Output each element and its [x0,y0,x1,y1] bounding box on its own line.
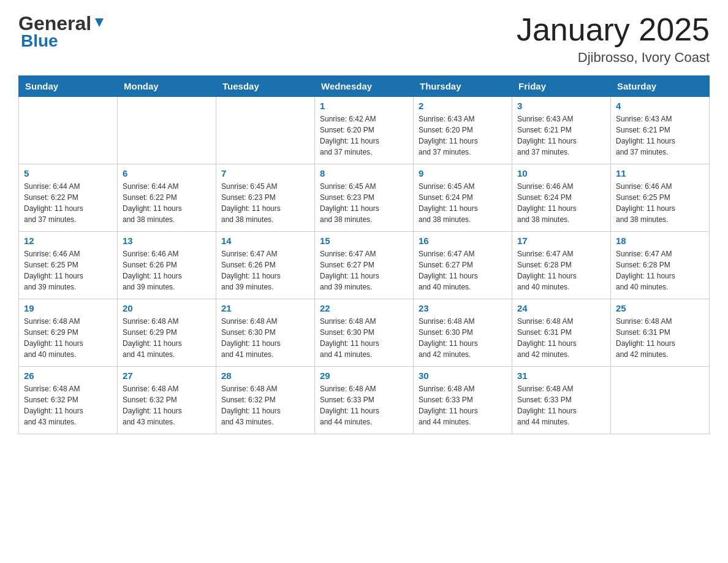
calendar-cell: 22Sunrise: 6:48 AMSunset: 6:30 PMDayligh… [315,299,414,367]
day-number: 30 [419,370,507,381]
day-info: Sunrise: 6:48 AMSunset: 6:33 PMDaylight:… [517,383,605,427]
day-info: Sunrise: 6:46 AMSunset: 6:26 PMDaylight:… [123,248,211,293]
calendar-cell: 28Sunrise: 6:48 AMSunset: 6:32 PMDayligh… [216,367,315,434]
calendar-cell [216,97,315,164]
calendar-week-row: 19Sunrise: 6:48 AMSunset: 6:29 PMDayligh… [19,299,710,367]
weekday-header-saturday: Saturday [611,76,710,97]
calendar-cell: 30Sunrise: 6:48 AMSunset: 6:33 PMDayligh… [414,367,512,434]
calendar-cell: 4Sunrise: 6:43 AMSunset: 6:21 PMDaylight… [611,97,710,164]
day-number: 27 [123,370,211,381]
location-title: Djibrosso, Ivory Coast [517,50,710,66]
day-info: Sunrise: 6:48 AMSunset: 6:33 PMDaylight:… [419,383,507,427]
calendar-week-row: 12Sunrise: 6:46 AMSunset: 6:25 PMDayligh… [19,232,710,299]
calendar-cell: 10Sunrise: 6:46 AMSunset: 6:24 PMDayligh… [512,164,611,232]
day-info: Sunrise: 6:43 AMSunset: 6:21 PMDaylight:… [517,113,605,158]
day-info: Sunrise: 6:48 AMSunset: 6:29 PMDaylight:… [123,316,211,360]
calendar-cell [118,97,216,164]
calendar-cell [19,97,118,164]
calendar-cell: 16Sunrise: 6:47 AMSunset: 6:27 PMDayligh… [414,232,512,299]
day-number: 20 [123,303,211,313]
day-number: 12 [24,236,112,246]
calendar-cell: 25Sunrise: 6:48 AMSunset: 6:31 PMDayligh… [611,299,710,367]
svg-marker-0 [95,18,104,27]
day-number: 13 [123,236,211,246]
calendar-cell: 15Sunrise: 6:47 AMSunset: 6:27 PMDayligh… [315,232,414,299]
day-number: 2 [419,101,507,111]
calendar-cell: 21Sunrise: 6:48 AMSunset: 6:30 PMDayligh… [216,299,315,367]
day-number: 3 [517,101,605,111]
calendar-cell: 3Sunrise: 6:43 AMSunset: 6:21 PMDaylight… [512,97,611,164]
day-info: Sunrise: 6:44 AMSunset: 6:22 PMDaylight:… [24,181,112,225]
day-number: 14 [221,236,309,246]
day-info: Sunrise: 6:47 AMSunset: 6:28 PMDaylight:… [616,248,704,293]
day-number: 5 [24,168,112,178]
weekday-header-wednesday: Wednesday [315,76,414,97]
weekday-header-monday: Monday [118,76,216,97]
weekday-header-friday: Friday [512,76,611,97]
day-info: Sunrise: 6:47 AMSunset: 6:28 PMDaylight:… [517,248,605,293]
calendar-cell: 12Sunrise: 6:46 AMSunset: 6:25 PMDayligh… [19,232,118,299]
calendar-table: SundayMondayTuesdayWednesdayThursdayFrid… [18,75,710,434]
calendar-cell: 31Sunrise: 6:48 AMSunset: 6:33 PMDayligh… [512,367,611,434]
day-number: 29 [320,370,408,381]
day-number: 24 [517,303,605,313]
calendar-cell: 7Sunrise: 6:45 AMSunset: 6:23 PMDaylight… [216,164,315,232]
month-title: January 2025 [517,12,710,47]
day-number: 7 [221,168,309,178]
day-info: Sunrise: 6:46 AMSunset: 6:24 PMDaylight:… [517,181,605,225]
day-number: 28 [221,370,309,381]
day-info: Sunrise: 6:48 AMSunset: 6:30 PMDaylight:… [419,316,507,360]
day-number: 16 [419,236,507,246]
day-info: Sunrise: 6:45 AMSunset: 6:23 PMDaylight:… [320,181,408,225]
day-info: Sunrise: 6:43 AMSunset: 6:21 PMDaylight:… [616,113,704,158]
day-info: Sunrise: 6:47 AMSunset: 6:27 PMDaylight:… [419,248,507,293]
day-info: Sunrise: 6:47 AMSunset: 6:27 PMDaylight:… [320,248,408,293]
calendar-cell: 2Sunrise: 6:43 AMSunset: 6:20 PMDaylight… [414,97,512,164]
day-number: 31 [517,370,605,381]
calendar-header-row: SundayMondayTuesdayWednesdayThursdayFrid… [19,76,710,97]
calendar-week-row: 5Sunrise: 6:44 AMSunset: 6:22 PMDaylight… [19,164,710,232]
day-number: 17 [517,236,605,246]
day-info: Sunrise: 6:48 AMSunset: 6:29 PMDaylight:… [24,316,112,360]
calendar-cell: 19Sunrise: 6:48 AMSunset: 6:29 PMDayligh… [19,299,118,367]
day-number: 15 [320,236,408,246]
weekday-header-tuesday: Tuesday [216,76,315,97]
day-info: Sunrise: 6:43 AMSunset: 6:20 PMDaylight:… [419,113,507,158]
calendar-cell: 1Sunrise: 6:42 AMSunset: 6:20 PMDaylight… [315,97,414,164]
day-info: Sunrise: 6:46 AMSunset: 6:25 PMDaylight:… [616,181,704,225]
calendar-week-row: 1Sunrise: 6:42 AMSunset: 6:20 PMDaylight… [19,97,710,164]
logo-blue: Blue [21,31,58,51]
day-info: Sunrise: 6:45 AMSunset: 6:23 PMDaylight:… [221,181,309,225]
day-info: Sunrise: 6:45 AMSunset: 6:24 PMDaylight:… [419,181,507,225]
day-number: 22 [320,303,408,313]
day-info: Sunrise: 6:42 AMSunset: 6:20 PMDaylight:… [320,113,408,158]
weekday-header-sunday: Sunday [19,76,118,97]
calendar-cell: 23Sunrise: 6:48 AMSunset: 6:30 PMDayligh… [414,299,512,367]
calendar-cell: 18Sunrise: 6:47 AMSunset: 6:28 PMDayligh… [611,232,710,299]
calendar-cell: 8Sunrise: 6:45 AMSunset: 6:23 PMDaylight… [315,164,414,232]
day-info: Sunrise: 6:48 AMSunset: 6:33 PMDaylight:… [320,383,408,427]
day-number: 10 [517,168,605,178]
logo-triangle-icon [93,16,106,29]
title-section: January 2025 Djibrosso, Ivory Coast [517,12,710,66]
day-number: 26 [24,370,112,381]
day-number: 9 [419,168,507,178]
day-info: Sunrise: 6:48 AMSunset: 6:31 PMDaylight:… [616,316,704,360]
day-number: 19 [24,303,112,313]
calendar-cell: 6Sunrise: 6:44 AMSunset: 6:22 PMDaylight… [118,164,216,232]
day-number: 21 [221,303,309,313]
day-info: Sunrise: 6:48 AMSunset: 6:31 PMDaylight:… [517,316,605,360]
logo: General Blue [18,12,106,51]
day-number: 6 [123,168,211,178]
day-info: Sunrise: 6:46 AMSunset: 6:25 PMDaylight:… [24,248,112,293]
day-number: 4 [616,101,704,111]
day-info: Sunrise: 6:44 AMSunset: 6:22 PMDaylight:… [123,181,211,225]
day-info: Sunrise: 6:48 AMSunset: 6:30 PMDaylight:… [221,316,309,360]
day-number: 1 [320,101,408,111]
day-number: 11 [616,168,704,178]
calendar-cell: 24Sunrise: 6:48 AMSunset: 6:31 PMDayligh… [512,299,611,367]
day-info: Sunrise: 6:48 AMSunset: 6:30 PMDaylight:… [320,316,408,360]
day-info: Sunrise: 6:48 AMSunset: 6:32 PMDaylight:… [123,383,211,427]
day-info: Sunrise: 6:48 AMSunset: 6:32 PMDaylight:… [221,383,309,427]
calendar-week-row: 26Sunrise: 6:48 AMSunset: 6:32 PMDayligh… [19,367,710,434]
